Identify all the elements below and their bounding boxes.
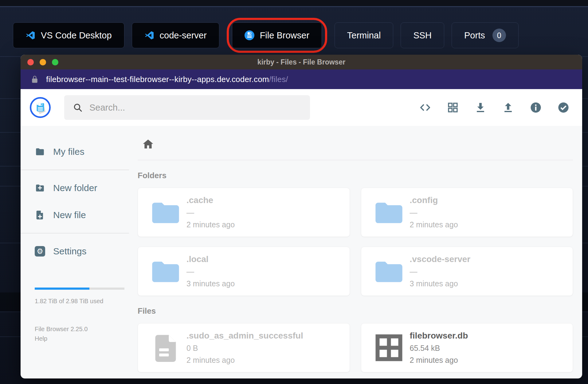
- sidebar-item-label: New file: [53, 210, 86, 220]
- folder-card[interactable]: .vscode-server — 3 minutes ago: [361, 247, 573, 296]
- folder-plus-icon: [35, 183, 45, 193]
- sidebar-divider: [21, 233, 129, 233]
- search-bar[interactable]: [64, 95, 310, 120]
- item-modified: 2 minutes ago: [186, 356, 303, 365]
- lock-icon: [31, 75, 39, 83]
- item-size: —: [186, 267, 235, 276]
- file-browser-button[interactable]: File Browser: [232, 22, 322, 48]
- upload-icon[interactable]: [502, 102, 514, 113]
- item-name: .local: [186, 254, 235, 264]
- zoom-window-button[interactable]: [52, 59, 58, 65]
- vscode-icon: [144, 30, 154, 40]
- item-modified: 2 minutes ago: [186, 220, 235, 229]
- item-size: —: [410, 208, 458, 217]
- sidebar-divider: [21, 170, 129, 170]
- file-listing: Folders .cache — 2 minutes ago: [129, 126, 582, 378]
- button-label: VS Code Desktop: [41, 30, 112, 41]
- file-card[interactable]: .sudo_as_admin_successful 0 B 2 minutes …: [138, 323, 350, 372]
- minimize-window-button[interactable]: [40, 59, 46, 65]
- item-name: .cache: [186, 195, 235, 205]
- code-icon[interactable]: [419, 102, 431, 113]
- item-name: .sudo_as_admin_successful: [186, 331, 303, 341]
- button-label: SSH: [413, 30, 432, 41]
- search-icon: [73, 103, 83, 112]
- window-titlebar: kirby - Files - File Browser: [21, 55, 582, 69]
- url-text: filebrowser--main--test-filebrowser--kir…: [46, 75, 288, 84]
- download-icon[interactable]: [475, 102, 486, 113]
- file-plus-icon: [35, 210, 45, 220]
- sidebar-item-settings[interactable]: ⚙ Settings: [21, 238, 129, 265]
- storage-usage: 1.82 TiB of 2.98 TiB used: [35, 288, 124, 305]
- info-icon[interactable]: [530, 102, 542, 113]
- item-modified: 2 minutes ago: [410, 220, 458, 229]
- folders-grid: .cache — 2 minutes ago .config — 2 minut…: [138, 188, 573, 296]
- folders-section-label: Folders: [138, 171, 573, 180]
- folder-icon: [35, 147, 45, 157]
- item-name: .config: [410, 195, 458, 205]
- usage-progress-track: [35, 288, 124, 290]
- home-icon[interactable]: [142, 138, 154, 151]
- item-size: —: [186, 208, 235, 217]
- item-modified: 2 minutes ago: [410, 356, 468, 365]
- file-card[interactable]: filebrowser.db 65.54 kB 2 minutes ago: [361, 323, 573, 372]
- ports-button[interactable]: Ports 0: [452, 22, 519, 48]
- floppy-disk-icon: [33, 100, 47, 115]
- database-grid-icon: [375, 334, 403, 362]
- code-server-button[interactable]: code-server: [132, 22, 219, 48]
- window-title: kirby - Files - File Browser: [257, 58, 345, 66]
- sidebar-item-label: My files: [53, 147, 84, 157]
- vscode-icon: [25, 30, 35, 40]
- button-label: code-server: [160, 30, 207, 41]
- filebrowser-favicon: [245, 30, 254, 40]
- sidebar-item-label: Settings: [53, 246, 86, 257]
- folder-icon: [373, 258, 405, 285]
- usage-progress-fill: [35, 288, 89, 290]
- item-modified: 3 minutes ago: [186, 279, 235, 288]
- file-icon: [154, 334, 177, 362]
- workspace-app-toolbar: VS Code Desktop code-server File Browser…: [13, 18, 519, 53]
- breadcrumb-divider: [138, 160, 573, 160]
- help-link[interactable]: Help: [35, 334, 129, 343]
- vscode-desktop-button[interactable]: VS Code Desktop: [13, 22, 124, 48]
- sidebar-item-new-file[interactable]: New file: [21, 202, 129, 229]
- folder-card[interactable]: .config — 2 minutes ago: [361, 188, 573, 237]
- sidebar-item-my-files[interactable]: My files: [21, 138, 129, 165]
- browser-window: kirby - Files - File Browser filebrowser…: [21, 55, 582, 378]
- grid-view-icon[interactable]: [447, 102, 459, 113]
- terminal-button[interactable]: Terminal: [335, 22, 394, 48]
- sidebar: My files New folder New file: [21, 126, 129, 378]
- filebrowser-header: [21, 89, 582, 126]
- folder-card[interactable]: .cache — 2 minutes ago: [138, 188, 350, 237]
- url-domain: filebrowser--main--test-filebrowser--kir…: [46, 75, 269, 84]
- item-size: —: [410, 267, 471, 276]
- breadcrumb: [138, 138, 573, 152]
- sidebar-item-new-folder[interactable]: New folder: [21, 174, 129, 202]
- filebrowser-body: My files New folder New file: [21, 126, 582, 378]
- usage-text: 1.82 TiB of 2.98 TiB used: [35, 298, 124, 305]
- sidebar-item-label: New folder: [53, 183, 97, 193]
- desktop-top-strip: [0, 0, 588, 6]
- traffic-lights: [27, 55, 58, 69]
- desktop-accent-line: [0, 6, 588, 7]
- close-window-button[interactable]: [27, 59, 34, 65]
- folder-icon: [150, 199, 182, 226]
- files-section-label: Files: [138, 306, 573, 316]
- folder-icon: [150, 258, 182, 285]
- folder-icon: [373, 199, 405, 226]
- filebrowser-logo[interactable]: [30, 97, 51, 118]
- item-size: 65.54 kB: [410, 344, 468, 353]
- folder-card[interactable]: .local — 3 minutes ago: [138, 247, 350, 296]
- red-annotation-circle: File Browser: [227, 18, 327, 53]
- browser-address-bar[interactable]: filebrowser--main--test-filebrowser--kir…: [21, 69, 582, 89]
- item-name: filebrowser.db: [410, 331, 468, 341]
- item-size: 0 B: [186, 344, 303, 353]
- item-modified: 3 minutes ago: [410, 279, 471, 288]
- sidebar-footer: File Browser 2.25.0 Help: [35, 324, 129, 343]
- check-circle-icon[interactable]: [558, 102, 569, 113]
- button-label: Ports: [464, 30, 485, 41]
- ssh-button[interactable]: SSH: [401, 22, 444, 48]
- item-name: .vscode-server: [410, 254, 471, 264]
- search-input[interactable]: [89, 103, 301, 113]
- button-label: File Browser: [260, 30, 309, 41]
- ports-count-badge: 0: [492, 29, 506, 42]
